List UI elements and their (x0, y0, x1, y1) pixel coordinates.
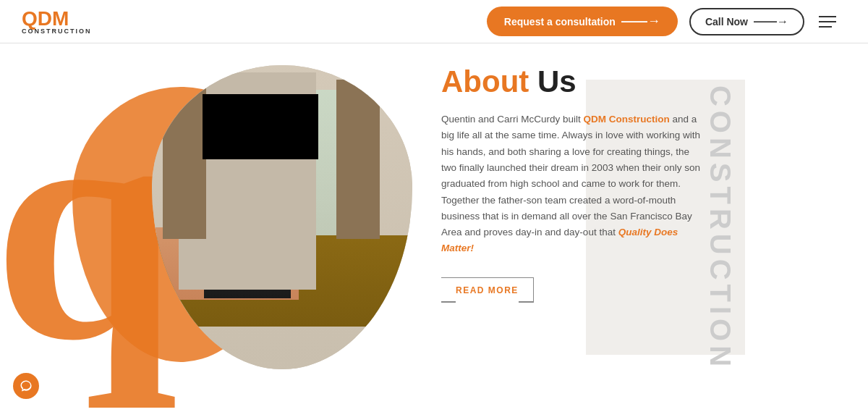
call-arrow-icon: ——→ (754, 15, 788, 28)
about-text-part2: and a big life all at the same time. Alw… (441, 114, 700, 237)
us-word: Us (537, 64, 576, 98)
logo-construction-label: CONSTRUCTION (22, 28, 92, 35)
hamburger-line-1 (819, 16, 836, 17)
about-text-part1: Quentin and Carri McCurdy built (441, 114, 584, 125)
header: QDM CONSTRUCTION Request a consultation … (0, 0, 868, 43)
chat-icon-button[interactable] (13, 373, 39, 399)
logo-qdm: QDM (22, 9, 69, 29)
arrow-icon: ——→ (621, 14, 660, 29)
hamburger-line-2 (819, 21, 836, 22)
consultation-label: Request a consultation (504, 16, 616, 28)
logo-m-letter: M (52, 7, 69, 30)
main-content: q About Us Quentin and Carri McCurdy bui… (0, 43, 868, 412)
call-now-button[interactable]: Call Now ——→ (689, 8, 804, 35)
consultation-button[interactable]: Request a consultation ——→ (487, 7, 678, 36)
about-word-orange: About (441, 64, 529, 98)
room-image-container (152, 65, 412, 369)
call-now-label: Call Now (705, 16, 748, 28)
chat-icon (20, 379, 33, 392)
about-section: About Us Quentin and Carri McCurdy built… (441, 65, 702, 303)
header-actions: Request a consultation ——→ Call Now ——→ (487, 7, 839, 36)
qdm-construction-link[interactable]: QDM Construction (584, 114, 670, 125)
logo-d-letter: D (38, 7, 52, 30)
read-more-button[interactable]: READ MORE (441, 277, 534, 303)
logo-q-letter: Q (22, 7, 38, 30)
hamburger-menu[interactable] (816, 13, 839, 30)
read-more-label: READ MORE (456, 285, 519, 295)
hamburger-line-3 (819, 26, 832, 28)
logo: QDM CONSTRUCTION (22, 9, 92, 35)
room-photo (152, 65, 412, 369)
about-body-text: Quentin and Carri McCurdy built QDM Cons… (441, 112, 702, 256)
room-image-clip (152, 65, 412, 369)
about-heading: About Us (441, 65, 702, 98)
